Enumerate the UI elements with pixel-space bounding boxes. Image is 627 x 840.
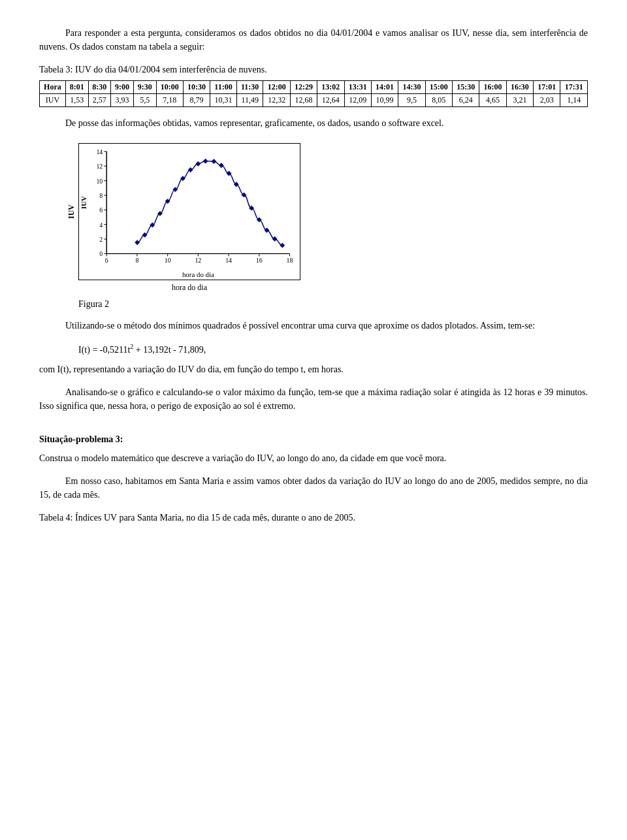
table-cell: 1,14 (560, 94, 588, 107)
table-header: 8:01 (65, 81, 88, 94)
svg-text:8: 8 (135, 257, 138, 264)
table-header: 12:00 (263, 81, 290, 94)
tabela4-label: Tabela 4: Índices UV para Santa Maria, n… (39, 511, 588, 525)
table-title: Tabela 3: IUV do dia 04/01/2004 sem inte… (39, 63, 588, 76)
table-header: 16:00 (479, 81, 506, 94)
table-cell: 8,79 (183, 94, 210, 107)
svg-marker-32 (135, 240, 140, 245)
table-header: 17:31 (560, 81, 588, 94)
table-header: 14:01 (371, 81, 398, 94)
table-header: 10:00 (156, 81, 183, 94)
table-header: 11:30 (236, 81, 263, 94)
table-cell: 12,32 (263, 94, 290, 107)
table-header: 10:30 (183, 81, 210, 94)
figure-label: Figura 2 (78, 299, 588, 310)
svg-text:12: 12 (195, 257, 201, 264)
svg-text:12: 12 (96, 163, 103, 170)
table-header: 13:31 (344, 81, 371, 94)
chart-y-label: IUV (67, 204, 76, 219)
table-header: 17:01 (534, 81, 560, 94)
svg-text:14: 14 (96, 148, 103, 155)
table-header: Hora (40, 81, 66, 94)
table-cell: 1,53 (65, 94, 88, 107)
svg-text:4: 4 (99, 221, 103, 229)
svg-text:18: 18 (287, 257, 293, 264)
table-header: 9:00 (111, 81, 134, 94)
table-cell: 3,21 (506, 94, 533, 107)
intro-paragraph: Para responder a esta pergunta, consider… (39, 26, 588, 54)
table-row-label: IUV (40, 94, 66, 107)
situacao-body: Construa o modelo matemático que descrev… (39, 451, 588, 465)
table-cell: 10,31 (210, 94, 237, 107)
table-cell: 12,68 (290, 94, 317, 107)
table-header: 8:30 (88, 81, 111, 94)
table-cell: 8,05 (425, 94, 452, 107)
svg-marker-51 (280, 243, 285, 248)
svg-text:10: 10 (165, 257, 171, 264)
svg-text:14: 14 (225, 257, 232, 264)
iuv-table: Hora8:018:309:009:3010:0010:3011:0011:30… (39, 80, 588, 107)
table-header: 13:02 (317, 81, 344, 94)
table-cell: 6,24 (452, 94, 479, 107)
table-cell: 5,5 (133, 94, 156, 107)
table-cell: 11,49 (236, 94, 263, 107)
svg-text:hora do dia: hora do dia (182, 270, 214, 278)
table-header: 12:29 (290, 81, 317, 94)
table-header: 11:00 (210, 81, 237, 94)
table-header: 14:30 (398, 81, 425, 94)
chart-area: 02468101214681012141618IUVhora do dia (78, 143, 300, 280)
table-cell: 9,5 (398, 94, 425, 107)
table-header: 15:30 (452, 81, 479, 94)
santa-maria-paragraph: Em nosso caso, habitamos em Santa Maria … (39, 474, 588, 502)
svg-text:2: 2 (99, 236, 103, 243)
table-cell: 12,64 (317, 94, 344, 107)
utilizando-paragraph: Utilizando-se o método dos mínimos quadr… (39, 319, 588, 332)
chart-x-label: hora do dia (78, 283, 300, 293)
table-cell: 3,93 (111, 94, 134, 107)
svg-text:6: 6 (105, 257, 108, 264)
svg-text:16: 16 (256, 257, 263, 264)
table-cell: 4,65 (479, 94, 506, 107)
table-cell: 2,57 (88, 94, 111, 107)
table-section: Tabela 3: IUV do dia 04/01/2004 sem inte… (39, 63, 588, 107)
svg-text:0: 0 (99, 250, 103, 257)
table-cell: 2,03 (534, 94, 560, 107)
svg-marker-42 (211, 159, 216, 164)
svg-marker-41 (203, 159, 208, 164)
analisando-paragraph: Analisando-se o gráfico e calculando-se … (39, 385, 588, 413)
software-note: De posse das informações obtidas, vamos … (39, 116, 588, 130)
table-cell: 12,09 (344, 94, 371, 107)
svg-text:10: 10 (96, 178, 103, 185)
table-header: 15:00 (425, 81, 452, 94)
svg-text:6: 6 (99, 206, 103, 214)
svg-text:IUV: IUV (80, 196, 88, 209)
formula-block: I(t) = -0,5211t2 + 13,192t - 71,809, (78, 342, 588, 357)
svg-marker-40 (195, 161, 201, 167)
svg-marker-50 (272, 236, 278, 242)
situacao-title: Situação-problema 3: (39, 432, 588, 446)
table-cell: 10,99 (371, 94, 398, 107)
svg-marker-43 (219, 163, 224, 168)
table-header: 9:30 (133, 81, 156, 94)
svg-marker-39 (188, 167, 193, 172)
formula-note: com I(t), representando a variação do IU… (39, 363, 588, 376)
table-header: 16:30 (506, 81, 533, 94)
table-cell: 7,18 (156, 94, 183, 107)
svg-text:8: 8 (99, 192, 103, 199)
chart-container: IUV 02468101214681012141618IUVhora do di… (78, 143, 588, 293)
